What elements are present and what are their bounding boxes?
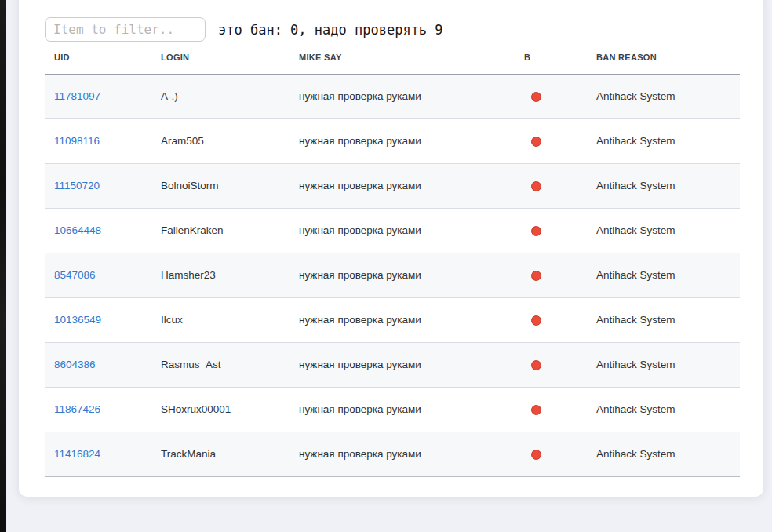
- uid-link[interactable]: 11867426: [54, 403, 100, 415]
- ban-status-red-dot-icon: [531, 226, 541, 236]
- uid-link[interactable]: 8547086: [54, 269, 96, 281]
- ban-reason-cell: Antihack System: [587, 432, 740, 476]
- column-header-uid: UID: [45, 42, 151, 74]
- uid-cell: 8547086: [45, 253, 151, 297]
- column-header-ban-reason: BAN REASON: [587, 42, 740, 74]
- ban-reason-cell: Antihack System: [587, 74, 740, 118]
- ban-indicator-cell: [515, 342, 587, 387]
- login-cell: Ilcux: [151, 297, 290, 342]
- uid-link[interactable]: 10664448: [54, 224, 101, 236]
- ban-reason-cell: Antihack System: [587, 342, 740, 387]
- filter-input[interactable]: [45, 17, 206, 42]
- login-cell: A-.): [151, 74, 290, 118]
- ban-reason-cell: Antihack System: [587, 118, 740, 163]
- ban-status-red-dot-icon: [531, 92, 541, 102]
- ban-indicator-cell: [515, 387, 587, 432]
- column-header-mike-say: MIKE SAY: [290, 42, 515, 74]
- column-header-b: B: [515, 42, 587, 74]
- ban-reason-cell: Antihack System: [587, 297, 740, 342]
- content-card: это бан: 0, надо проверять 9 UIDLOGINMIK…: [19, 0, 763, 497]
- table-row: 11098116Aram505нужная проверка рукамиAnt…: [45, 118, 740, 163]
- ban-reason-cell: Antihack System: [587, 253, 740, 297]
- ban-indicator-cell: [515, 297, 587, 342]
- ban-status-red-dot-icon: [531, 271, 541, 281]
- ban-status-red-dot-icon: [531, 450, 541, 460]
- uid-link[interactable]: 11150720: [54, 180, 100, 191]
- uid-link[interactable]: 10136549: [54, 314, 101, 326]
- uid-cell: 11867426: [45, 387, 151, 432]
- ban-indicator-cell: [515, 74, 587, 118]
- ban-status-red-dot-icon: [531, 137, 541, 147]
- column-header-login: LOGIN: [151, 42, 290, 74]
- table-row: 11867426SHoxrux00001нужная проверка рука…: [45, 387, 740, 432]
- mike-say-cell: нужная проверка руками: [290, 432, 515, 476]
- login-cell: Hamsher23: [151, 253, 290, 297]
- uid-cell: 8604386: [45, 342, 151, 387]
- login-cell: FallenKraken: [151, 208, 290, 253]
- background-strip: [0, 0, 6, 532]
- table-row: 8604386Rasmus_Astнужная проверка рукамиA…: [45, 342, 740, 387]
- ban-indicator-cell: [515, 208, 587, 253]
- ban-status-red-dot-icon: [531, 405, 541, 415]
- toolbar: это бан: 0, надо проверять 9: [45, 17, 740, 42]
- table-row: 8547086Hamsher23нужная проверка рукамиAn…: [45, 253, 740, 297]
- table-row: 10664448FallenKrakenнужная проверка рука…: [45, 208, 740, 253]
- uid-cell: 10664448: [45, 208, 151, 253]
- ban-reason-cell: Antihack System: [587, 208, 740, 253]
- mike-say-cell: нужная проверка руками: [290, 118, 515, 163]
- ban-status-red-dot-icon: [531, 181, 541, 191]
- login-cell: SHoxrux00001: [151, 387, 290, 432]
- mike-say-cell: нужная проверка руками: [290, 253, 515, 297]
- uid-cell: 11098116: [45, 118, 151, 163]
- table-row: 11781097A-.)нужная проверка рукамиAntiha…: [45, 74, 740, 118]
- table-body: 11781097A-.)нужная проверка рукамиAntiha…: [45, 74, 740, 476]
- login-cell: TrackMania: [151, 432, 290, 476]
- mike-say-cell: нужная проверка руками: [290, 208, 515, 253]
- mike-say-cell: нужная проверка руками: [290, 387, 515, 432]
- mike-say-cell: нужная проверка руками: [290, 74, 515, 118]
- mike-say-cell: нужная проверка руками: [290, 342, 515, 387]
- uid-cell: 11150720: [45, 163, 151, 208]
- login-cell: Rasmus_Ast: [151, 342, 290, 387]
- uid-link[interactable]: 11781097: [54, 90, 100, 102]
- ban-indicator-cell: [515, 163, 587, 208]
- ban-status-red-dot-icon: [531, 360, 541, 370]
- ban-status-red-dot-icon: [531, 315, 541, 326]
- ban-indicator-cell: [515, 253, 587, 297]
- table-header-row: UIDLOGINMIKE SAYBBAN REASON: [45, 42, 740, 74]
- mike-say-cell: нужная проверка руками: [290, 297, 515, 342]
- uid-link[interactable]: 8604386: [54, 359, 96, 370]
- uid-cell: 10136549: [45, 297, 151, 342]
- mike-say-cell: нужная проверка руками: [290, 163, 515, 208]
- ban-indicator-cell: [515, 432, 587, 476]
- table-row: 11150720BolnoiStormнужная проверка рукам…: [45, 163, 740, 208]
- table-row: 11416824TrackManiaнужная проверка руками…: [45, 432, 740, 476]
- ban-indicator-cell: [515, 118, 587, 163]
- uid-cell: 11416824: [45, 432, 151, 476]
- status-text: это бан: 0, надо проверять 9: [218, 22, 443, 38]
- uid-cell: 11781097: [45, 74, 151, 118]
- login-cell: BolnoiStorm: [151, 163, 290, 208]
- ban-table: UIDLOGINMIKE SAYBBAN REASON 11781097A-.)…: [45, 42, 740, 477]
- uid-link[interactable]: 11416824: [54, 448, 100, 460]
- table-row: 10136549Ilcuxнужная проверка рукамиAntih…: [45, 297, 740, 342]
- login-cell: Aram505: [151, 118, 290, 163]
- ban-reason-cell: Antihack System: [587, 163, 740, 208]
- ban-reason-cell: Antihack System: [587, 387, 740, 432]
- uid-link[interactable]: 11098116: [54, 135, 100, 147]
